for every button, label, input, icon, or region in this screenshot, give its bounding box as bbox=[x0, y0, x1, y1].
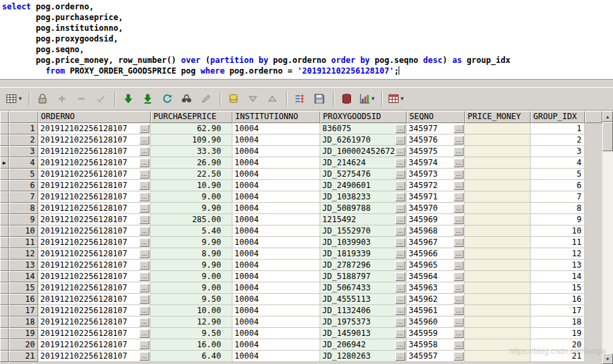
cell-ellipsis-button[interactable]: … bbox=[454, 193, 464, 201]
cell-orderno[interactable]: 201912102256128107… bbox=[38, 248, 151, 260]
cell-seqno[interactable]: 345976… bbox=[407, 134, 465, 146]
cell-price_money[interactable] bbox=[465, 328, 531, 339]
cell-price_money[interactable] bbox=[465, 203, 531, 214]
row-number[interactable]: 7 bbox=[9, 191, 38, 203]
cell-institutionno[interactable]: 10004 bbox=[232, 123, 320, 134]
chart-button[interactable]: ▾ bbox=[357, 90, 377, 108]
cell-price_money[interactable] bbox=[465, 157, 531, 169]
cell-proxygoodsid[interactable]: JD_2490601… bbox=[320, 180, 407, 191]
cell-price_money[interactable] bbox=[465, 282, 531, 294]
cell-ellipsis-button[interactable]: … bbox=[139, 250, 149, 258]
column-header-purchaseprice[interactable]: PURCHASEPRICE bbox=[151, 111, 232, 123]
column-header-price_money[interactable]: PRICE_MONEY bbox=[465, 111, 531, 123]
cell-proxygoodsid[interactable]: JD_5188797… bbox=[320, 271, 407, 282]
cell-orderno[interactable]: 201912102256128107… bbox=[38, 351, 151, 362]
vertical-scrollbar[interactable]: ▲ ▼ bbox=[602, 111, 613, 364]
cell-institutionno[interactable]: 10004 bbox=[232, 271, 320, 282]
row-number[interactable]: 9 bbox=[9, 214, 38, 225]
cell-ellipsis-button[interactable]: … bbox=[395, 329, 405, 338]
cell-ellipsis-button[interactable]: … bbox=[139, 295, 149, 304]
cell-ellipsis-button[interactable]: … bbox=[454, 284, 464, 292]
cell-institutionno[interactable]: 10004 bbox=[232, 339, 320, 351]
cell-group_idx[interactable]: 8 bbox=[531, 203, 585, 214]
cell-ellipsis-button[interactable]: … bbox=[395, 318, 405, 327]
cell-group_idx[interactable]: 4 bbox=[531, 157, 585, 169]
cell-proxygoodsid[interactable]: JD_100002452672… bbox=[320, 146, 407, 157]
cell-seqno[interactable]: 345975… bbox=[407, 146, 465, 157]
cell-group_idx[interactable]: 12 bbox=[531, 248, 585, 260]
cell-group_idx[interactable]: 14 bbox=[531, 271, 585, 282]
row-number[interactable]: 16 bbox=[9, 294, 38, 305]
cell-orderno[interactable]: 201912102256128107… bbox=[38, 260, 151, 271]
cell-ellipsis-button[interactable]: … bbox=[454, 352, 464, 361]
cell-ellipsis-button[interactable]: … bbox=[139, 159, 149, 167]
cell-purchaseprice[interactable]: 26.90 bbox=[151, 157, 232, 169]
cell-proxygoodsid[interactable]: JD_4555113… bbox=[320, 294, 407, 305]
cell-seqno[interactable]: 345962… bbox=[407, 294, 465, 305]
column-header-proxygoodsid[interactable]: PROXYGOODSID bbox=[320, 111, 407, 123]
cell-seqno[interactable]: 345970… bbox=[407, 203, 465, 214]
cell-group_idx[interactable]: 13 bbox=[531, 260, 585, 271]
cell-proxygoodsid[interactable]: JD_5089788… bbox=[320, 203, 407, 214]
cell-price_money[interactable] bbox=[465, 214, 531, 225]
cell-ellipsis-button[interactable]: … bbox=[454, 341, 464, 349]
row-number[interactable]: 2 bbox=[9, 134, 38, 146]
cell-purchaseprice[interactable]: 10.00 bbox=[151, 305, 232, 316]
cell-ellipsis-button[interactable]: … bbox=[139, 352, 149, 361]
cell-price_money[interactable] bbox=[465, 305, 531, 316]
cell-ellipsis-button[interactable]: … bbox=[395, 147, 405, 156]
cell-institutionno[interactable]: 10004 bbox=[232, 169, 320, 180]
cell-seqno[interactable]: 345968… bbox=[407, 225, 465, 237]
cell-ellipsis-button[interactable]: … bbox=[454, 204, 464, 213]
cell-ellipsis-button[interactable]: … bbox=[139, 306, 149, 315]
cell-ellipsis-button[interactable]: … bbox=[395, 159, 405, 167]
cell-purchaseprice[interactable]: 9.00 bbox=[151, 191, 232, 203]
cell-ellipsis-button[interactable]: … bbox=[139, 227, 149, 236]
row-number[interactable]: 21 bbox=[9, 351, 38, 362]
cell-ellipsis-button[interactable]: … bbox=[454, 250, 464, 258]
cell-proxygoodsid[interactable]: JD_5275476… bbox=[320, 169, 407, 180]
cell-institutionno[interactable]: 10004 bbox=[232, 351, 320, 362]
cell-proxygoodsid[interactable]: JD_1552970… bbox=[320, 225, 407, 237]
cell-proxygoodsid[interactable]: JD_1039903… bbox=[320, 237, 407, 248]
cell-seqno[interactable]: 345958… bbox=[407, 339, 465, 351]
cell-seqno[interactable]: 345974… bbox=[407, 157, 465, 169]
fetch-last-page-button[interactable] bbox=[139, 90, 157, 108]
cell-purchaseprice[interactable]: 10.90 bbox=[151, 180, 232, 191]
row-number[interactable]: 10 bbox=[9, 225, 38, 237]
row-number[interactable]: 19 bbox=[9, 328, 38, 339]
cell-proxygoodsid[interactable]: JD_214624… bbox=[320, 157, 407, 169]
cell-orderno[interactable]: 201912102256128107… bbox=[38, 282, 151, 294]
cell-purchaseprice[interactable]: 16.00 bbox=[151, 339, 232, 351]
cell-price_money[interactable] bbox=[465, 134, 531, 146]
column-header-seqno[interactable]: SEQNO bbox=[407, 111, 465, 123]
cell-purchaseprice[interactable]: 5.40 bbox=[151, 225, 232, 237]
cell-institutionno[interactable]: 10004 bbox=[232, 316, 320, 328]
cell-orderno[interactable]: 201912102256128107… bbox=[38, 316, 151, 328]
cell-ellipsis-button[interactable]: … bbox=[395, 238, 405, 247]
cell-purchaseprice[interactable]: 9.90 bbox=[151, 260, 232, 271]
cell-ellipsis-button[interactable]: … bbox=[395, 193, 405, 201]
row-number[interactable]: 1 bbox=[9, 123, 38, 134]
cell-group_idx[interactable]: 16 bbox=[531, 294, 585, 305]
cell-proxygoodsid[interactable]: JD_1459013… bbox=[320, 328, 407, 339]
grid-options-button[interactable]: ▾ bbox=[4, 90, 24, 108]
row-number[interactable]: 18 bbox=[9, 316, 38, 328]
cell-group_idx[interactable]: 1 bbox=[531, 123, 585, 134]
row-number[interactable]: 11 bbox=[9, 237, 38, 248]
cell-purchaseprice[interactable]: 285.00 bbox=[151, 214, 232, 225]
cell-ellipsis-button[interactable]: … bbox=[139, 181, 149, 190]
cell-ellipsis-button[interactable]: … bbox=[395, 215, 405, 224]
cell-orderno[interactable]: 201912102256128107… bbox=[38, 214, 151, 225]
row-number[interactable]: 3 bbox=[9, 146, 38, 157]
cell-ellipsis-button[interactable]: … bbox=[454, 147, 464, 156]
cell-ellipsis-button[interactable]: … bbox=[395, 341, 405, 349]
cell-institutionno[interactable]: 10004 bbox=[232, 134, 320, 146]
cell-group_idx[interactable]: 6 bbox=[531, 180, 585, 191]
cell-orderno[interactable]: 201912102256128107… bbox=[38, 169, 151, 180]
cell-ellipsis-button[interactable]: … bbox=[454, 227, 464, 236]
cell-ellipsis-button[interactable]: … bbox=[454, 318, 464, 327]
cell-ellipsis-button[interactable]: … bbox=[395, 227, 405, 236]
cell-purchaseprice[interactable]: 9.90 bbox=[151, 237, 232, 248]
cell-ellipsis-button[interactable]: … bbox=[454, 170, 464, 179]
